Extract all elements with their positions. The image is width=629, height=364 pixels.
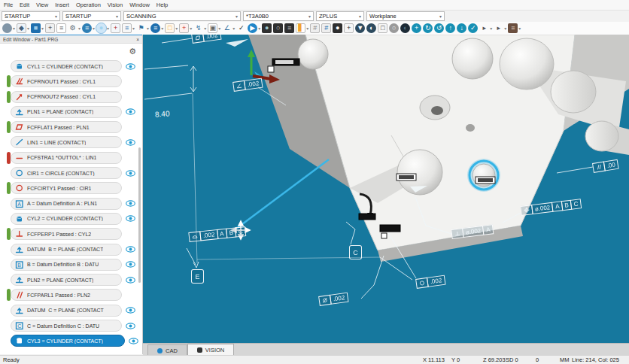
frame-icon[interactable]: □ xyxy=(165,23,175,33)
toolchanger-icon[interactable]: ≡ xyxy=(508,23,518,33)
probe-combo[interactable]: STARTUP▾ xyxy=(2,11,60,21)
menu-operation[interactable]: Operation xyxy=(76,2,101,8)
dropdown-arrow-icon[interactable]: ▾ xyxy=(258,26,260,31)
menu-file[interactable]: File xyxy=(4,2,13,8)
sphere-feature-left[interactable] xyxy=(298,39,328,69)
sidebar-item-datum-b-plane[interactable]: DATUM_B = PLANE (CONTACT xyxy=(11,244,138,256)
lens-add-icon[interactable]: + xyxy=(412,23,421,33)
sidebar-item-cyl2[interactable]: CYL2 = CYLINDER (CONTACT) xyxy=(11,213,138,225)
probe-small-icon[interactable]: ▸ xyxy=(479,23,489,33)
edit-window-header[interactable]: Edit Window - Part1.PRG × xyxy=(0,35,142,44)
sidebar-item-datum-c[interactable]: CC = Datum Definition C : DATU xyxy=(11,320,138,332)
dropdown-arrow-icon[interactable]: ▾ xyxy=(13,26,15,31)
sidebar-item-fcfperp1[interactable]: FCFPERP1 Passed : CYL2 xyxy=(11,228,138,240)
feature-tree-icon[interactable]: ≡ xyxy=(122,23,132,33)
visibility-eye-icon[interactable] xyxy=(129,338,138,344)
sidebar-item-fcfrnout1[interactable]: FCFRNOUT1 Passed : CYL1 xyxy=(11,75,138,87)
sidebar-item-datum-b[interactable]: BB = Datum Definition B : DATU xyxy=(11,259,138,271)
visibility-eye-icon[interactable] xyxy=(126,63,135,70)
dropdown-arrow-icon[interactable]: ▾ xyxy=(518,26,521,31)
dropdown-arrow-icon[interactable]: ▾ xyxy=(78,26,81,31)
sidebar-item-cyl3[interactable]: CYL3 = CYLINDER (CONTACT) xyxy=(11,335,138,347)
visibility-eye-icon[interactable] xyxy=(126,139,135,146)
sidebar-item-cir1[interactable]: CIR1 = CIRCLE (CONTACT) xyxy=(11,167,138,179)
dropdown-arrow-icon[interactable]: ▾ xyxy=(132,26,135,31)
dropdown-arrow-icon[interactable]: ▾ xyxy=(175,26,178,31)
dropdown-arrow-icon[interactable]: ▾ xyxy=(190,26,192,31)
sidebar-item-pln1[interactable]: PLN1 = PLANE (CONTACT) xyxy=(11,106,138,118)
alignment-icon[interactable]: ≡ xyxy=(82,23,92,33)
sidebar-item-lin1[interactable]: LIN1 = LINE (CONTACT) xyxy=(11,136,138,148)
visibility-eye-icon[interactable] xyxy=(126,215,135,222)
visibility-eye-icon[interactable] xyxy=(126,261,135,268)
menu-view[interactable]: View xyxy=(36,2,48,8)
workplane-combo[interactable]: Workplane▾ xyxy=(366,11,445,21)
sidebar-item-pln2[interactable]: PLN2 = PLANE (CONTACT) xyxy=(11,274,138,286)
gear-icon[interactable]: ⚙ xyxy=(129,47,136,56)
dropdown-arrow-icon[interactable]: ▾ xyxy=(504,26,506,31)
sphere-feature-top[interactable] xyxy=(452,38,493,79)
stage-move-icon[interactable]: + xyxy=(344,23,354,33)
visibility-eye-icon[interactable] xyxy=(126,200,135,207)
cad-model-canvas[interactable] xyxy=(143,35,629,343)
database-icon[interactable]: ≡ xyxy=(150,23,160,33)
pixel-count-icon[interactable]: # xyxy=(310,23,320,33)
sidebar-item-datum-c-plane[interactable]: DATUM_C = PLANE (CONTACT xyxy=(11,305,138,317)
dropdown-arrow-icon[interactable]: ▾ xyxy=(204,26,206,31)
dark-field-icon[interactable]: ◐ xyxy=(400,23,410,33)
menu-help[interactable]: Help xyxy=(156,2,168,8)
sidebar-item-fcfcirty1[interactable]: FCFCIRTY1 Passed : CIR1 xyxy=(11,182,138,194)
axis-combo[interactable]: ZPLUS▾ xyxy=(316,11,364,21)
live-view-icon[interactable]: ◐ xyxy=(366,23,376,33)
probe-icon[interactable] xyxy=(2,23,12,33)
probe-rotate-icon[interactable]: ▸ xyxy=(494,23,503,33)
dropdown-arrow-icon[interactable]: ▾ xyxy=(107,26,109,31)
visibility-eye-icon[interactable] xyxy=(126,323,135,329)
datum-flag-e[interactable]: E xyxy=(191,269,204,284)
datum-flag-c[interactable]: C xyxy=(349,245,362,259)
execute-icon[interactable]: ▶ xyxy=(248,23,257,33)
sidebar-item-fcfstra1[interactable]: FCFSTRA1 *OUTTOL* : LIN1 xyxy=(11,152,138,164)
visibility-eye-icon[interactable] xyxy=(126,170,135,177)
sidebar-item-fcfrnout2[interactable]: FCFRNOUT2 Passed : CYL1 xyxy=(11,91,138,103)
camera-cal-icon[interactable]: ≡ xyxy=(284,23,294,33)
lens-up-icon[interactable]: ↑ xyxy=(445,23,455,33)
histogram-icon[interactable]: ▋ xyxy=(296,23,305,33)
comment-icon[interactable]: ≡ xyxy=(56,23,66,33)
dropdown-arrow-icon[interactable]: ▾ xyxy=(490,26,492,31)
cad-cube-icon[interactable]: ◆ xyxy=(17,23,26,33)
dropdown-arrow-icon[interactable]: ▾ xyxy=(27,26,29,31)
part-cube-icon[interactable]: ■ xyxy=(31,23,41,33)
tab-cad[interactable]: CAD xyxy=(147,344,187,356)
camera-settings-icon[interactable]: ○ xyxy=(273,23,283,33)
graphic-view-icon[interactable]: ● xyxy=(96,23,106,33)
visibility-eye-icon[interactable] xyxy=(126,277,135,284)
sidebar-item-datum-a[interactable]: AA = Datum Definition A : PLN1 xyxy=(11,198,138,210)
zoom-fit-icon[interactable]: □ xyxy=(378,23,387,33)
lens-ccw-icon[interactable]: ↺ xyxy=(434,23,444,33)
program-combo[interactable]: SCANNING▾ xyxy=(123,11,241,21)
visibility-eye-icon[interactable] xyxy=(126,108,135,115)
lens-cw-icon[interactable]: ↻ xyxy=(423,23,433,33)
dropdown-arrow-icon[interactable]: ▾ xyxy=(147,26,149,31)
measure-angle-icon[interactable]: ∠ xyxy=(222,23,232,33)
camera-icon[interactable]: ● xyxy=(262,23,272,33)
gears-icon[interactable]: ⚙ xyxy=(68,23,77,33)
illumination-icon[interactable]: ○ xyxy=(389,23,399,33)
dropdown-arrow-icon[interactable]: ▾ xyxy=(93,26,95,31)
lens-sync-icon[interactable]: ✓ xyxy=(468,23,478,33)
sidebar-item-cyl1[interactable]: CYL1 = CYLINDER (CONTACT) xyxy=(11,60,138,72)
stage-center-icon[interactable]: ▼ xyxy=(355,23,365,33)
axes-icon[interactable]: + xyxy=(111,23,120,33)
menu-edit[interactable]: Edit xyxy=(20,2,29,8)
tip-combo[interactable]: STARTUP▾ xyxy=(62,11,121,21)
sidebar-scrollbar[interactable] xyxy=(138,147,141,283)
menu-window[interactable]: Window xyxy=(129,2,150,8)
tab-vision[interactable]: VISION xyxy=(187,344,234,356)
snapshot-icon[interactable]: ● xyxy=(333,23,342,33)
check-icon[interactable]: ✓ xyxy=(236,23,246,33)
sidebar-item-fcfparl1[interactable]: FCFPARL1 Passed : PLN2 xyxy=(11,289,138,301)
dropdown-arrow-icon[interactable]: ▾ xyxy=(218,26,220,31)
copy-icon[interactable]: ▣ xyxy=(208,23,217,33)
visibility-eye-icon[interactable] xyxy=(126,307,135,314)
